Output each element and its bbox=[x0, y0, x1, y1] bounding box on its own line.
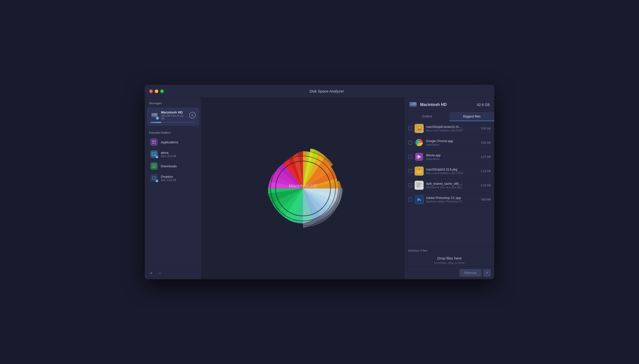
file-item-4[interactable]: dyld_shared_cache_x86_... Macintosh ▸ pr… bbox=[405, 178, 494, 192]
fav-name-apps: Applications bbox=[161, 140, 196, 144]
file-info-0: macOSUpdCombo10.15.... Mac ▸ Lib ▸ Updat… bbox=[426, 125, 478, 132]
file-icon-wrap-2 bbox=[414, 152, 423, 161]
sunburst-chart: Macintosh HD bbox=[238, 124, 368, 253]
fav-icon-wrap-apps bbox=[150, 138, 158, 146]
file-icon-ps: Ps bbox=[414, 195, 423, 204]
file-path-2: Applications bbox=[426, 158, 478, 160]
drop-text: Drop files here to remove, copy or move bbox=[408, 253, 491, 265]
right-header: Macintosh HD 92.6 GB bbox=[405, 98, 494, 112]
file-icon-pkg bbox=[414, 166, 423, 176]
storage-name: Macintosh HD bbox=[161, 110, 187, 114]
svg-marker-35 bbox=[416, 155, 417, 159]
favorites-label: Favorite Folders bbox=[145, 127, 201, 136]
file-size-0: 3.92 GB bbox=[481, 127, 491, 130]
fav-text-dropbox: Dropbox Size: 4.52 GB bbox=[161, 175, 196, 182]
file-name-2: iMovie.app bbox=[426, 154, 478, 157]
svg-rect-43 bbox=[416, 185, 421, 185]
tab-bar: Outline Biggest files bbox=[405, 112, 494, 122]
fav-name-alexa: alexa bbox=[161, 151, 196, 154]
file-size-1: 3.90 GB bbox=[481, 141, 491, 144]
file-item-2[interactable]: iMovie.app Applications 2.47 GB bbox=[405, 150, 494, 164]
file-icon-wrap-0: 📦 bbox=[414, 124, 423, 133]
file-checkbox-4[interactable] bbox=[408, 183, 412, 187]
downloads-icon bbox=[150, 162, 158, 170]
fav-item-applications[interactable]: Applications bbox=[147, 136, 199, 148]
file-icon-wrap-1 bbox=[414, 138, 423, 147]
drop-title: Drop files here bbox=[408, 256, 491, 260]
sidebar: Storages Macintosh bbox=[145, 98, 202, 279]
file-name-3: macOSUpd10.15.5.pkg bbox=[426, 168, 478, 171]
hd-header-name: Macintosh HD bbox=[420, 102, 474, 107]
app-window: Disk Space Analyzer Storages bbox=[145, 85, 494, 279]
remove-folder-button[interactable]: − bbox=[157, 270, 163, 276]
file-icon-macos-0: 📦 bbox=[414, 124, 423, 133]
fav-name-dropbox: Dropbox bbox=[161, 175, 196, 178]
file-checkbox-1[interactable] bbox=[408, 140, 412, 144]
file-size-4: 2.10 GB bbox=[481, 184, 491, 187]
chart-container: Macintosh HD bbox=[238, 124, 368, 253]
alexa-check-badge bbox=[155, 156, 158, 158]
file-icon-imovie bbox=[414, 152, 423, 161]
svg-rect-41 bbox=[416, 183, 422, 183]
file-checkbox-3[interactable] bbox=[408, 169, 412, 173]
tab-outline[interactable]: Outline bbox=[405, 112, 450, 121]
file-icon-wrap-5: Ps bbox=[414, 195, 423, 204]
fav-item-dropbox[interactable]: Dropbox Size: 4.52 GB bbox=[147, 172, 199, 184]
file-item-0[interactable]: 📦 macOSUpdCombo10.15.... Mac ▸ Lib ▸ Upd… bbox=[405, 122, 494, 136]
drop-zone[interactable]: Selected: 0 files Drop files here to rem… bbox=[405, 246, 494, 266]
file-item-1[interactable]: Google Chrome.app Applications 3.90 GB bbox=[405, 136, 494, 150]
file-name-1: Google Chrome.app bbox=[426, 139, 478, 143]
storage-info: Macintosh HD 28.5 GB Free of 121 GB bbox=[161, 110, 187, 120]
remove-dropdown-button[interactable] bbox=[483, 269, 491, 277]
file-checkbox-0[interactable] bbox=[408, 126, 412, 130]
storage-item-macintosh-hd[interactable]: Macintosh HD 28.5 GB Free of 121 GB bbox=[147, 108, 199, 126]
storages-label: Storages bbox=[145, 98, 201, 107]
file-checkbox-5[interactable] bbox=[408, 198, 412, 202]
svg-rect-42 bbox=[416, 184, 421, 184]
storage-icon-wrap bbox=[150, 111, 158, 119]
file-icon-wrap-4 bbox=[414, 181, 423, 190]
play-button[interactable] bbox=[189, 112, 196, 118]
minimize-button[interactable] bbox=[155, 90, 158, 93]
check-badge bbox=[156, 116, 159, 120]
hd-header-size: 92.6 GB bbox=[477, 103, 490, 107]
file-info-2: iMovie.app Applications bbox=[426, 154, 478, 160]
maximize-button[interactable] bbox=[160, 90, 164, 93]
svg-rect-26 bbox=[411, 104, 412, 104]
file-path-1: Applications bbox=[426, 143, 478, 146]
svg-text:Ps: Ps bbox=[417, 198, 421, 202]
chart-area: Macintosh HD bbox=[202, 98, 404, 279]
fav-item-downloads[interactable]: Downloads bbox=[147, 160, 199, 172]
svg-rect-7 bbox=[154, 142, 156, 144]
apps-icon bbox=[150, 138, 158, 146]
fav-item-alexa[interactable]: alexa Size: 18.0 GB bbox=[147, 148, 199, 160]
fav-size-alexa: Size: 18.0 GB bbox=[161, 155, 196, 158]
titlebar: Disk Space Analyzer bbox=[145, 85, 494, 98]
svg-point-32 bbox=[418, 142, 420, 144]
file-item-3[interactable]: macOSUpd10.15.5.pkg Mac ▸ Lib ▸ Updates … bbox=[405, 164, 494, 178]
svg-rect-16 bbox=[152, 176, 156, 180]
file-icon-dyld bbox=[414, 181, 423, 190]
svg-rect-6 bbox=[152, 142, 154, 144]
file-size-5: 892 MB bbox=[481, 198, 491, 201]
file-path-5: Applicati ▸ Adobe Photoshop CC bbox=[426, 200, 479, 203]
file-name-5: Adobe Photoshop CC.app bbox=[426, 196, 479, 200]
file-size-2: 2.47 GB bbox=[481, 155, 491, 158]
file-name-0: macOSUpdCombo10.15.... bbox=[426, 125, 478, 129]
svg-point-9 bbox=[152, 154, 153, 154]
file-size-3: 2.13 GB bbox=[481, 170, 491, 172]
close-button[interactable] bbox=[149, 90, 153, 93]
file-item-5[interactable]: Ps Adobe Photoshop CC.app Applicati ▸ Ad… bbox=[405, 192, 494, 207]
file-checkbox-2[interactable] bbox=[408, 155, 412, 159]
tab-biggest-files[interactable]: Biggest files bbox=[450, 112, 495, 121]
selected-count: Selected: 0 files bbox=[408, 248, 491, 253]
dropbox-check-badge bbox=[155, 180, 158, 182]
remove-button[interactable]: Remove bbox=[460, 269, 482, 277]
add-folder-button[interactable]: + bbox=[148, 270, 154, 276]
progress-bar-wrap bbox=[150, 122, 196, 123]
svg-rect-1 bbox=[151, 113, 157, 116]
hd-header-icon bbox=[409, 101, 417, 108]
svg-marker-3 bbox=[192, 114, 193, 116]
fav-name-downloads: Downloads bbox=[161, 164, 196, 168]
sidebar-bottom: + − bbox=[145, 267, 201, 279]
